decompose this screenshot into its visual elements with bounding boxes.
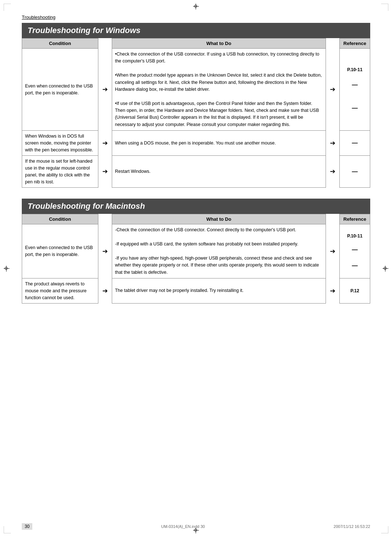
footer-date: 2007/11/12 16:53:22: [334, 524, 370, 529]
windows-header-arrow-spacer: [98, 38, 112, 49]
windows-row2-ref-dash: —: [352, 140, 358, 146]
windows-row1-ref-p1011: P.10-11: [343, 66, 367, 73]
mac-col-what-header: What to Do: [112, 214, 326, 224]
mac-row-1: Even when connected to the USB port, the…: [22, 224, 370, 278]
windows-row3-what-text: Restart Windows.: [115, 168, 323, 175]
windows-row1-ref-dash2: —: [343, 104, 367, 113]
mac-row1-arrow2: ➔: [326, 224, 339, 278]
mac-table: Condition What to Do Reference Even when…: [22, 214, 370, 304]
mac-row2-ref: P.12: [340, 278, 370, 304]
mac-col-ref-header: Reference: [340, 214, 370, 224]
windows-row2-arrow: ➔: [98, 131, 112, 156]
windows-row3-arrow2: ➔: [326, 156, 339, 188]
corner-mark-tl: [4, 4, 11, 11]
windows-section-title: Troubleshooting for Windows: [22, 23, 370, 38]
arrow-icon: ➔: [330, 168, 335, 175]
mac-row1-what-text: -Check the connection of the USB connect…: [115, 227, 323, 276]
windows-row2-arrow2: ➔: [326, 131, 339, 156]
windows-row1-arrow: ➔: [98, 49, 112, 131]
mac-row1-arrow: ➔: [98, 224, 112, 278]
reg-mark-left: [4, 266, 9, 272]
mac-row2-what: The tablet driver may not be properly in…: [112, 278, 326, 304]
mac-row1-ref-p1011: P.10-11: [343, 233, 367, 240]
mac-header-arrow-spacer2: [326, 214, 339, 224]
mac-row1-ref-dash2: —: [343, 261, 367, 270]
reg-mark-top: [193, 4, 199, 9]
arrow-icon: ➔: [102, 248, 108, 255]
windows-row1-what: •Check the connection of the USB connect…: [112, 49, 326, 131]
windows-header-arrow-spacer2: [326, 38, 339, 49]
windows-row1-ref-dash1: —: [343, 81, 367, 89]
mac-section: Troubleshooting for Macintosh Condition …: [22, 199, 370, 304]
mac-row2-arrow2: ➔: [326, 278, 339, 304]
mac-row-2: The product always reverts to mouse mode…: [22, 278, 370, 304]
mac-row1-condition: Even when connected to the USB port, the…: [22, 224, 98, 278]
windows-row-1: Even when connected to the USB port, the…: [22, 49, 370, 131]
reg-mark-right: [383, 266, 388, 272]
windows-row1-what-text: •Check the connection of the USB connect…: [115, 51, 323, 128]
windows-row2-ref: —: [340, 131, 370, 156]
corner-mark-bl: [4, 526, 11, 533]
windows-row-3: If the mouse is set for left-handed use …: [22, 156, 370, 188]
windows-row2-what-text: When using a DOS mouse, the pen is inope…: [115, 140, 323, 147]
windows-row-2: When Windows is in DOS full screen mode,…: [22, 131, 370, 156]
arrow-icon: ➔: [330, 248, 335, 255]
arrow-icon: ➔: [330, 86, 335, 93]
windows-table: Condition What to Do Reference Even when…: [22, 38, 370, 188]
corner-mark-br: [381, 526, 388, 533]
mac-row2-condition: The product always reverts to mouse mode…: [22, 278, 98, 304]
arrow-icon: ➔: [102, 168, 108, 175]
footer-filename: UM-0314(A)_EN.indd 30: [161, 524, 205, 529]
windows-section: Troubleshooting for Windows Condition Wh…: [22, 23, 370, 188]
windows-row2-condition: When Windows is in DOS full screen mode,…: [22, 131, 98, 156]
mac-row2-arrow: ➔: [98, 278, 112, 304]
windows-col-condition-header: Condition: [22, 38, 98, 49]
arrow-icon: ➔: [102, 86, 108, 93]
page-container: Troubleshooting Troubleshooting for Wind…: [0, 0, 392, 537]
mac-row2-what-text: The tablet driver may not be properly in…: [115, 287, 323, 294]
page-number: 30: [22, 523, 32, 530]
windows-row2-what: When using a DOS mouse, the pen is inope…: [112, 131, 326, 156]
windows-row1-arrow2: ➔: [326, 49, 339, 131]
windows-row3-arrow: ➔: [98, 156, 112, 188]
windows-row3-ref-dash: —: [352, 168, 358, 175]
windows-row1-condition: Even when connected to the USB port, the…: [22, 49, 98, 131]
page-footer: 30 UM-0314(A)_EN.indd 30 2007/11/12 16:5…: [22, 523, 370, 530]
mac-row1-ref-dash1: —: [343, 245, 367, 254]
mac-row2-ref-p12: P.12: [350, 288, 359, 293]
windows-row3-condition: If the mouse is set for left-handed use …: [22, 156, 98, 188]
mac-row1-what: -Check the connection of the USB connect…: [112, 224, 326, 278]
mac-col-condition-header: Condition: [22, 214, 98, 224]
breadcrumb: Troubleshooting: [22, 15, 370, 20]
arrow-icon: ➔: [330, 139, 335, 147]
windows-row3-ref: —: [340, 156, 370, 188]
windows-col-what-header: What to Do: [112, 38, 326, 49]
arrow-icon: ➔: [102, 287, 108, 294]
mac-header-arrow-spacer: [98, 214, 112, 224]
windows-row3-what: Restart Windows.: [112, 156, 326, 188]
corner-mark-tr: [381, 4, 388, 11]
arrow-icon: ➔: [330, 287, 335, 294]
mac-row1-ref: P.10-11 — —: [340, 224, 370, 278]
mac-section-title: Troubleshooting for Macintosh: [22, 199, 370, 214]
arrow-icon: ➔: [102, 139, 108, 147]
windows-row1-ref: P.10-11 — —: [340, 49, 370, 131]
windows-col-ref-header: Reference: [340, 38, 370, 49]
